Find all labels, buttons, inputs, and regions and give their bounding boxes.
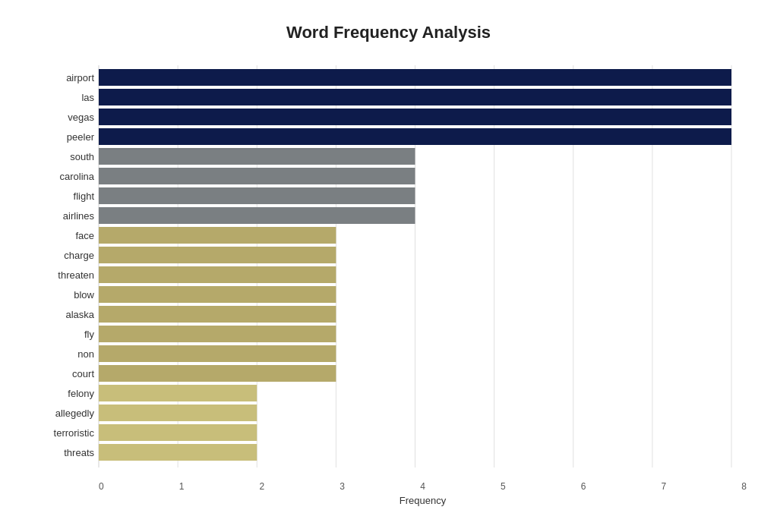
- svg-rect-42: [99, 385, 257, 401]
- svg-rect-48: [99, 444, 257, 461]
- svg-text:threaten: threaten: [58, 269, 94, 281]
- svg-text:alaska: alaska: [65, 309, 94, 320]
- svg-text:flight: flight: [74, 190, 95, 202]
- svg-text:peeler: peeler: [67, 131, 95, 143]
- svg-rect-28: [99, 247, 336, 263]
- x-tick-7: 7: [661, 481, 666, 492]
- svg-rect-30: [99, 266, 336, 283]
- svg-rect-20: [99, 168, 415, 184]
- svg-text:non: non: [77, 348, 94, 360]
- svg-text:vegas: vegas: [68, 112, 94, 123]
- svg-rect-22: [99, 187, 415, 204]
- svg-rect-44: [99, 405, 257, 421]
- x-tick-3: 3: [340, 481, 345, 492]
- svg-rect-26: [99, 227, 336, 244]
- bar-chart: airportlasvegaspeelersouthcarolinaflight…: [30, 65, 747, 475]
- svg-text:airport: airport: [66, 72, 94, 83]
- svg-rect-32: [99, 286, 336, 303]
- svg-rect-46: [99, 424, 257, 441]
- x-tick-1: 1: [179, 481, 185, 492]
- svg-rect-16: [99, 128, 731, 145]
- svg-rect-10: [99, 69, 731, 86]
- svg-text:carolina: carolina: [59, 171, 94, 182]
- chart-title: Word Frequency Analysis: [30, 23, 747, 42]
- svg-rect-14: [99, 109, 731, 125]
- svg-text:south: south: [70, 151, 94, 162]
- svg-text:allegedly: allegedly: [55, 408, 95, 419]
- x-tick-4: 4: [420, 481, 425, 492]
- svg-rect-12: [99, 89, 731, 105]
- svg-rect-40: [99, 365, 336, 382]
- svg-rect-24: [99, 207, 415, 224]
- x-tick-2: 2: [260, 481, 265, 492]
- svg-rect-36: [99, 326, 336, 342]
- x-axis: 012345678: [30, 481, 747, 492]
- x-tick-6: 6: [581, 481, 586, 492]
- svg-text:charge: charge: [64, 250, 94, 261]
- svg-text:airlines: airlines: [63, 210, 95, 222]
- svg-text:blow: blow: [74, 289, 94, 301]
- chart-container: Word Frequency Analysis airportlasvegasp…: [0, 0, 777, 532]
- x-axis-label: Frequency: [30, 495, 747, 506]
- svg-rect-34: [99, 306, 336, 323]
- svg-rect-18: [99, 148, 415, 165]
- x-tick-0: 0: [99, 481, 104, 492]
- svg-text:threats: threats: [64, 447, 94, 458]
- svg-text:court: court: [72, 368, 94, 379]
- svg-text:felony: felony: [68, 388, 94, 399]
- x-tick-8: 8: [741, 481, 747, 492]
- svg-text:terroristic: terroristic: [54, 427, 95, 439]
- x-tick-5: 5: [501, 481, 506, 492]
- svg-text:face: face: [75, 230, 94, 241]
- svg-text:las: las: [81, 92, 94, 103]
- svg-text:fly: fly: [84, 329, 95, 340]
- svg-rect-38: [99, 345, 336, 362]
